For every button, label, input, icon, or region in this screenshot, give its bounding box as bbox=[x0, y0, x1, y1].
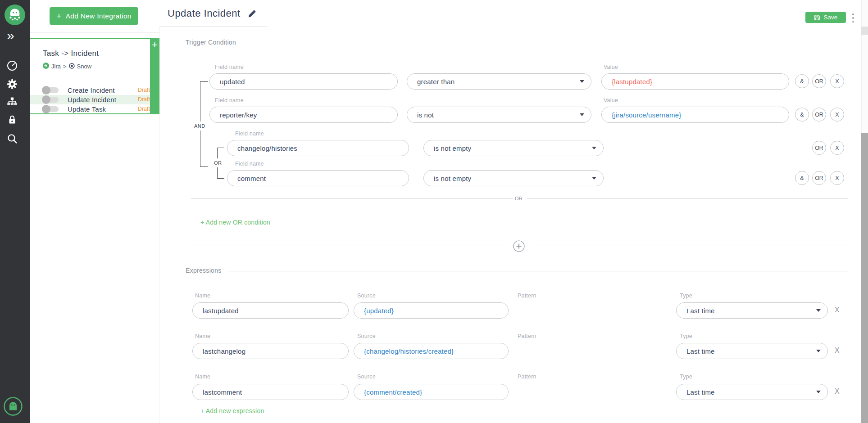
remove-expression-button[interactable]: X bbox=[835, 306, 840, 314]
add-new-expression-link[interactable]: + Add new expression bbox=[200, 407, 264, 414]
or-bracket-stub bbox=[217, 148, 224, 148]
add-and-condition-button[interactable]: & bbox=[795, 74, 809, 88]
type-value: Last time bbox=[686, 307, 715, 315]
expression-type-select[interactable]: Last time bbox=[676, 343, 828, 359]
source-arrow-icon bbox=[43, 63, 49, 70]
status-badge: Draft bbox=[133, 104, 150, 114]
enable-toggle[interactable] bbox=[43, 106, 59, 112]
name-label: Name bbox=[195, 333, 210, 339]
integrations-icon[interactable] bbox=[6, 96, 18, 108]
name-label: Name bbox=[195, 374, 210, 380]
remove-condition-button[interactable]: X bbox=[830, 108, 844, 122]
remove-expression-button[interactable]: X bbox=[835, 346, 840, 355]
add-rule-button[interactable]: + bbox=[150, 38, 159, 52]
edit-title-icon[interactable] bbox=[247, 9, 256, 18]
more-options-icon[interactable] bbox=[851, 14, 855, 22]
pattern-label: Pattern bbox=[518, 292, 536, 299]
expression-source-input[interactable] bbox=[354, 384, 509, 400]
and-bracket-label: AND bbox=[193, 122, 206, 130]
expression-source-input[interactable] bbox=[354, 343, 509, 359]
condition-value-input[interactable] bbox=[601, 73, 789, 90]
assistant-icon[interactable] bbox=[3, 396, 23, 416]
expression-name-input[interactable] bbox=[192, 343, 349, 359]
expression-type-select[interactable]: Last time bbox=[676, 384, 828, 400]
remove-condition-button[interactable]: X bbox=[830, 74, 844, 88]
condition-operator-select[interactable]: is not empty bbox=[423, 170, 604, 186]
chevron-down-icon bbox=[816, 391, 821, 393]
panel-divider bbox=[30, 32, 159, 33]
operator-value: is not empty bbox=[434, 144, 471, 152]
page-title-text: Update Incident bbox=[168, 8, 241, 19]
expand-sidebar-icon[interactable]: » bbox=[7, 28, 14, 43]
app-root: » bbox=[0, 0, 868, 423]
expressions-section-title: Expressions bbox=[186, 267, 222, 274]
scrollbar-thumb[interactable] bbox=[861, 133, 868, 423]
section-line bbox=[229, 271, 848, 271]
type-label: Type bbox=[680, 333, 692, 339]
or-separator-line bbox=[191, 198, 513, 199]
status-badge: Draft bbox=[133, 95, 150, 104]
operator-value: greater than bbox=[417, 78, 454, 86]
settings-icon[interactable] bbox=[6, 78, 18, 90]
add-condition-group-icon[interactable] bbox=[513, 240, 525, 252]
search-icon[interactable] bbox=[6, 133, 18, 144]
condition-operator-select[interactable]: greater than bbox=[407, 73, 591, 90]
integration-item-update-incident[interactable]: Update Incident Draft bbox=[30, 95, 150, 104]
field-name-label: Field name bbox=[215, 97, 244, 104]
app-logo-icon[interactable] bbox=[5, 4, 25, 25]
remove-expression-button[interactable]: X bbox=[835, 387, 840, 396]
condition-field-input[interactable] bbox=[209, 73, 398, 90]
save-icon bbox=[814, 14, 820, 21]
add-or-condition-button[interactable]: OR bbox=[812, 74, 826, 88]
add-or-condition-button[interactable]: OR bbox=[812, 141, 826, 155]
route-source: Jira bbox=[51, 63, 61, 70]
add-and-condition-button[interactable]: & bbox=[795, 108, 809, 122]
integration-item-create-incident[interactable]: Create Incident Draft bbox=[30, 86, 150, 95]
add-new-integration-button[interactable]: + Add New Integration bbox=[50, 7, 138, 25]
save-button[interactable]: Save bbox=[805, 12, 846, 23]
add-or-condition-button[interactable]: OR bbox=[812, 171, 826, 185]
condition-value-input[interactable] bbox=[601, 107, 789, 123]
add-and-condition-button[interactable]: & bbox=[795, 171, 809, 185]
plus-icon: + bbox=[56, 12, 61, 20]
enable-toggle[interactable] bbox=[43, 97, 59, 103]
expression-source-input[interactable] bbox=[354, 302, 509, 319]
sidebar: » bbox=[0, 0, 30, 423]
and-bracket-stub bbox=[200, 81, 208, 82]
integration-card-bottom-border bbox=[30, 113, 159, 114]
status-badge: Draft bbox=[133, 86, 150, 95]
expression-name-input[interactable] bbox=[192, 302, 349, 319]
dashboard-icon[interactable] bbox=[6, 60, 18, 72]
integration-item-label: Create Incident bbox=[68, 86, 115, 95]
condition-field-input[interactable] bbox=[209, 107, 398, 123]
field-name-label: Field name bbox=[235, 161, 264, 167]
remove-condition-button[interactable]: X bbox=[830, 171, 844, 185]
add-or-condition-button[interactable]: OR bbox=[812, 108, 826, 122]
integration-card-strip: + bbox=[150, 38, 159, 114]
condition-operator-select[interactable]: is not empty bbox=[423, 140, 604, 156]
chevron-down-icon bbox=[816, 350, 821, 352]
type-label: Type bbox=[680, 374, 692, 380]
condition-operator-select[interactable]: is not bbox=[407, 107, 591, 123]
source-label: Source bbox=[357, 374, 376, 380]
condition-field-input[interactable] bbox=[227, 140, 409, 156]
security-icon[interactable] bbox=[6, 114, 18, 126]
remove-condition-button[interactable]: X bbox=[830, 141, 844, 155]
chevron-down-icon bbox=[592, 177, 596, 180]
add-new-or-condition-link[interactable]: + Add new OR condition bbox=[200, 219, 270, 226]
scrollbar-up-button[interactable] bbox=[861, 27, 868, 35]
enable-toggle[interactable] bbox=[43, 87, 59, 93]
chevron-down-icon bbox=[592, 147, 596, 149]
expression-name-input[interactable] bbox=[192, 384, 349, 400]
condition-field-input[interactable] bbox=[227, 170, 409, 186]
name-label: Name bbox=[195, 292, 210, 299]
or-separator-label: OR bbox=[515, 196, 523, 201]
content-divider bbox=[159, 27, 160, 423]
operator-value: is not bbox=[417, 111, 434, 119]
integration-item-update-task[interactable]: Update Task Draft bbox=[30, 104, 150, 114]
type-value: Last time bbox=[686, 388, 715, 396]
route-target: Snow bbox=[77, 63, 92, 70]
expression-type-select[interactable]: Last time bbox=[676, 302, 828, 319]
integration-title: Task -> Incident bbox=[43, 49, 99, 58]
chevron-down-icon bbox=[580, 113, 584, 116]
